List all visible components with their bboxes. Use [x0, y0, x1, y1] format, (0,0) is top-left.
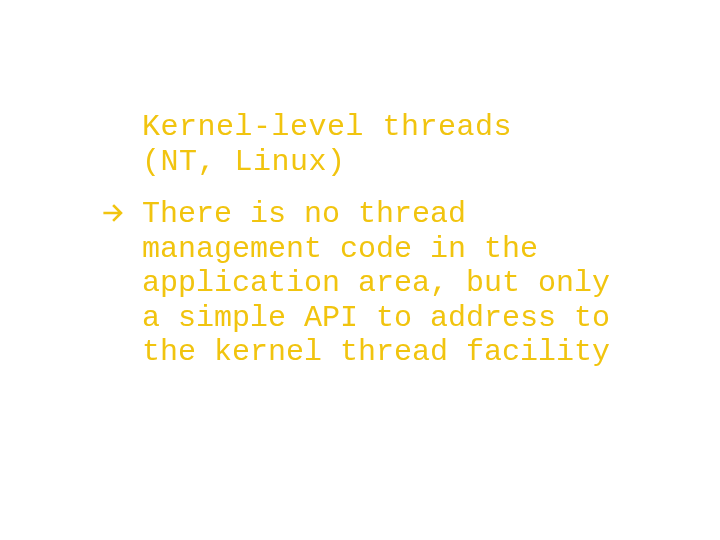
- bullet-text: There is no thread management code in th…: [142, 197, 622, 370]
- bullet-item: There is no thread management code in th…: [100, 197, 660, 370]
- title-line-1: Kernel-level threads: [142, 110, 512, 144]
- title-line-2: (NT, Linux): [142, 145, 346, 179]
- arrow-right-icon: [100, 199, 128, 227]
- slide-title: Kernel-level threads (NT, Linux): [142, 110, 660, 179]
- slide: Kernel-level threads (NT, Linux) There i…: [0, 0, 720, 540]
